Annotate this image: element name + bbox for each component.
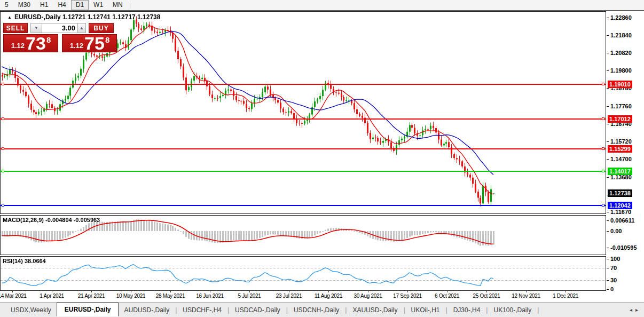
date-tick-mark	[91, 291, 92, 292]
axis-tick-mark	[607, 106, 609, 107]
price-axis-tick: 1.14700	[610, 156, 632, 163]
chart-tab-usdchf-h4[interactable]: USDCHF-,H4	[177, 304, 227, 316]
timeframe-button-mn[interactable]: MN	[108, 0, 128, 10]
date-tick-mark	[368, 291, 368, 292]
axis-tick-mark	[607, 259, 609, 259]
price-axis-tick: 1.19800	[610, 67, 632, 74]
timeframe-button-h1[interactable]: H1	[35, 0, 53, 10]
tabs-scroll-right-icon[interactable]: ▸	[635, 307, 641, 313]
chart-tab-usdx-weekly[interactable]: USDX,Weekly	[5, 304, 57, 316]
volume-stepper: ▼ 3.00 ▲	[30, 23, 86, 33]
chart-tab-usdcad-daily[interactable]: USDCAD-,Daily	[230, 304, 286, 316]
price-axis: 1.228601.218401.208201.198001.187801.177…	[607, 11, 644, 291]
volume-increase-button[interactable]: ▲	[77, 23, 86, 33]
axis-tick-mark	[607, 53, 609, 53]
axis-tick-mark	[607, 159, 609, 160]
tab-separator: |	[227, 306, 229, 314]
timeframe-button-w1[interactable]: W1	[89, 0, 108, 10]
sell-button[interactable]: SELL	[3, 23, 28, 33]
tab-separator: |	[286, 306, 288, 314]
chart-tab-ukoil-h1[interactable]: UKOil-,H1	[406, 304, 445, 316]
bid-big-digits: 73	[26, 35, 46, 51]
date-axis-label: 21 Apr 2021	[78, 293, 105, 299]
date-axis-label: 10 May 2021	[116, 293, 146, 299]
toolbar-separator	[130, 1, 130, 10]
axis-tick-mark	[607, 212, 609, 212]
tab-separator: |	[486, 306, 488, 314]
date-axis-label: 17 Sep 2021	[393, 293, 421, 299]
axis-tick-mark	[607, 18, 609, 18]
date-tick-mark	[12, 291, 13, 292]
macd-indicator-label: MACD(12,26,9) -0.004804 -0.005963	[3, 217, 100, 223]
timeframe-button-d1[interactable]: D1	[71, 0, 89, 10]
rsi-axis-tick: 70	[610, 265, 617, 272]
date-tick-mark	[566, 291, 566, 292]
hline-price-label[interactable]: 1.14017	[608, 168, 632, 175]
hline-price-label[interactable]: 1.17012	[608, 115, 632, 123]
price-axis-tick: 1.17760	[610, 103, 632, 110]
tab-separator: |	[345, 306, 347, 314]
date-axis-label: 28 May 2021	[156, 293, 185, 299]
date-axis-label: 5 Jul 2021	[238, 293, 261, 299]
hline-price-label[interactable]: 1.12042	[608, 202, 632, 209]
timeframe-button-m30[interactable]: M30	[13, 0, 35, 10]
chart-tab-xauusd-daily[interactable]: XAUUSD-,Daily	[347, 304, 403, 316]
bid-pip-digit: 8	[46, 35, 51, 44]
chart-tab-dj30-h4[interactable]: DJ30-,H4	[448, 304, 486, 316]
chart-tab-usdcnh-daily[interactable]: USDCNH-,Daily	[288, 304, 344, 316]
date-tick-mark	[486, 291, 487, 292]
price-axis-tick: 1.22860	[610, 14, 632, 21]
date-tick-mark	[131, 291, 131, 292]
tab-separator: |	[537, 306, 539, 314]
date-axis-label: 14 Mar 2021	[0, 293, 26, 299]
date-axis-label: 25 Oct 2021	[473, 293, 500, 299]
tabs-scroll-left-icon[interactable]: ◂	[630, 307, 635, 313]
bid-price-box[interactable]: 1.12738	[3, 34, 58, 52]
tab-separator: |	[446, 306, 447, 314]
ask-price-box[interactable]: 1.12758	[62, 34, 117, 52]
buy-button[interactable]: BUY	[89, 23, 114, 33]
timeframe-button-h4[interactable]: H4	[53, 0, 70, 10]
ask-prefix: 1.12	[70, 42, 83, 50]
chart-tab-uk100-daily[interactable]: UK100-,Daily	[488, 304, 537, 316]
hline-price-label[interactable]: 1.19010	[608, 81, 632, 88]
price-axis-tick: 1.15720	[610, 138, 632, 145]
hline-price-label[interactable]: 1.15299	[608, 145, 632, 153]
volume-decrease-button[interactable]: ▼	[30, 23, 42, 33]
tabs-scroll-arrows: ◂▸	[630, 307, 641, 313]
date-axis-label: 30 Aug 2021	[354, 293, 382, 299]
date-axis-label: 16 Jun 2021	[196, 293, 224, 299]
date-tick-mark	[407, 291, 408, 292]
mt4-trading-terminal: { "toolbar": { "timeframes": ["5", "M30"…	[0, 0, 644, 317]
date-tick-mark	[289, 291, 289, 292]
rsi-indicator-label: RSI(14) 38.0664	[3, 258, 46, 264]
date-tick-mark	[328, 291, 329, 292]
timeframe-toolbar: 5M30H1H4D1W1MN	[0, 0, 644, 11]
quote-ohlc-text: EURUSD-,Daily 1.12721 1.12741 1.12717 1.…	[14, 13, 161, 21]
axis-tick-mark	[607, 88, 609, 89]
date-axis-label: 1 Dec 2021	[553, 293, 578, 299]
chart-tab-audusd-daily[interactable]: AUDUSD-,Daily	[119, 304, 175, 316]
axis-tick-mark	[607, 220, 609, 221]
tab-separator: |	[403, 306, 405, 314]
axis-tick-mark	[607, 248, 609, 248]
axis-tick-mark	[607, 35, 609, 36]
macd-title: MACD(12,26,9)	[3, 217, 44, 223]
rsi-axis-tick: 100	[610, 256, 620, 263]
date-tick-mark	[526, 291, 527, 292]
rsi-value: 38.0664	[25, 258, 46, 264]
macd-axis-tick: 0.006611	[610, 217, 634, 224]
volume-field[interactable]: 3.00	[42, 23, 77, 33]
date-tick-mark	[447, 291, 447, 292]
chart-tab-eurusd-daily[interactable]: EURUSD-,Daily	[57, 303, 119, 316]
date-axis: 14 Mar 20211 Apr 202121 Apr 202110 May 2…	[0, 291, 644, 302]
rsi-title: RSI(14)	[3, 258, 23, 264]
macd-axis-tick: 0.00	[610, 228, 622, 235]
macd-values: -0.004804 -0.005963	[45, 217, 100, 223]
tab-separator: |	[175, 306, 177, 314]
axis-tick-mark	[607, 289, 609, 290]
rsi-axis-tick: 30	[610, 277, 617, 284]
collapse-triangle-icon[interactable]: ▲	[7, 15, 12, 20]
timeframe-button-5[interactable]: 5	[0, 0, 13, 10]
price-axis-tick: 1.20820	[610, 50, 632, 57]
